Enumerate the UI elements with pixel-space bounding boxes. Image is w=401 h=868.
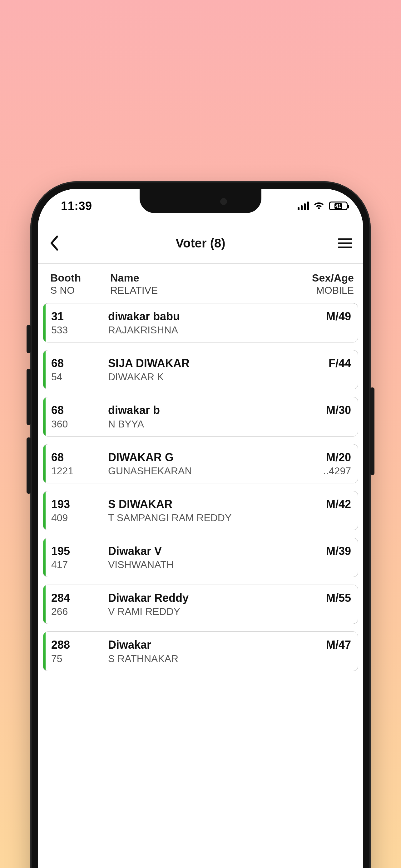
app-header: Voter (8) [38, 223, 363, 264]
phone-screen: 11:39 41 Voter (8) [38, 189, 363, 868]
row-sex-age: F/44 [292, 356, 351, 370]
voter-row[interactable]: 6854SIJA DIWAKARDIWAKAR KF/44 [43, 350, 358, 389]
row-sex-age: M/42 [292, 497, 351, 511]
row-relative: T SAMPANGI RAM REDDY [108, 512, 292, 524]
hamburger-icon [338, 239, 352, 240]
hamburger-icon [338, 243, 352, 244]
row-sno: 1221 [51, 465, 108, 477]
row-booth: 195 [51, 544, 108, 558]
battery-icon: 41 [329, 202, 347, 210]
row-sex-age: M/47 [292, 638, 351, 651]
row-sex-age: M/55 [292, 591, 351, 604]
row-name: SIJA DIWAKAR [108, 356, 292, 370]
row-booth: 68 [51, 403, 108, 417]
row-name: DIWAKAR G [108, 451, 292, 464]
row-sno: 417 [51, 559, 108, 570]
phone-side-button [27, 437, 31, 494]
row-sno: 409 [51, 512, 108, 524]
page-title: Voter (8) [175, 236, 225, 250]
row-booth: 284 [51, 591, 108, 604]
voter-row[interactable]: 284266Diwakar ReddyV RAMI REDDYM/55 [43, 585, 358, 624]
row-sex-age: M/49 [292, 310, 351, 323]
row-booth: 288 [51, 638, 108, 651]
status-time: 11:39 [61, 199, 92, 213]
voter-row[interactable]: 28875DiwakarS RATHNAKARM/47 [43, 631, 358, 671]
row-sno: 75 [51, 653, 108, 664]
row-booth: 68 [51, 451, 108, 464]
header-booth: Booth [50, 272, 110, 284]
cellular-icon [298, 202, 309, 210]
row-relative: GUNASHEKARAN [108, 465, 292, 477]
row-name: Diwakar Reddy [108, 591, 292, 604]
row-name: diwakar b [108, 403, 292, 417]
row-sex-age: M/30 [292, 403, 351, 417]
row-sno: 54 [51, 371, 108, 383]
chevron-left-icon [49, 235, 60, 251]
voter-row[interactable]: 31533diwakar babuRAJAKRISHNAM/49 [43, 303, 358, 342]
row-booth: 193 [51, 497, 108, 511]
menu-button[interactable] [336, 234, 355, 252]
voter-row[interactable]: 681221DIWAKAR GGUNASHEKARANM/20..4297 [43, 444, 358, 484]
column-headers: Booth S NO Name RELATIVE Sex/Age MOBILE [43, 265, 358, 303]
voter-row[interactable]: 68360diwakar bN BYYAM/30 [43, 397, 358, 436]
header-mobile: MOBILE [295, 285, 354, 296]
row-relative: RAJAKRISHNA [108, 324, 292, 336]
row-booth: 31 [51, 310, 108, 323]
row-sno: 360 [51, 418, 108, 430]
battery-level: 41 [334, 203, 342, 209]
row-relative: N BYYA [108, 418, 292, 430]
row-name: Diwakar [108, 638, 292, 651]
row-relative: VISHWANATH [108, 559, 292, 570]
row-sno: 266 [51, 606, 108, 617]
row-sno: 533 [51, 324, 108, 336]
row-sex-age: M/39 [292, 544, 351, 558]
phone-side-button [27, 369, 31, 425]
row-name: diwakar babu [108, 310, 292, 323]
phone-frame: 11:39 41 Voter (8) [30, 181, 371, 868]
hamburger-icon [338, 247, 352, 248]
row-name: Diwakar V [108, 544, 292, 558]
header-relative: RELATIVE [110, 285, 295, 296]
row-relative: DIWAKAR K [108, 371, 292, 383]
voter-list: Booth S NO Name RELATIVE Sex/Age MOBILE … [38, 265, 363, 868]
row-relative: S RATHNAKAR [108, 653, 292, 664]
row-sex-age: M/20 [292, 451, 351, 464]
status-indicators: 41 [298, 202, 347, 210]
row-mobile: ..4297 [292, 465, 351, 477]
phone-side-button [370, 388, 374, 475]
row-relative: V RAMI REDDY [108, 606, 292, 617]
row-booth: 68 [51, 356, 108, 370]
wifi-icon [313, 202, 325, 210]
header-sex-age: Sex/Age [295, 272, 354, 284]
header-name: Name [110, 272, 295, 284]
phone-side-button [27, 325, 31, 353]
voter-row[interactable]: 193409S DIWAKART SAMPANGI RAM REDDYM/42 [43, 491, 358, 530]
header-sno: S NO [50, 285, 110, 296]
phone-notch [140, 189, 261, 213]
back-button[interactable] [43, 232, 65, 254]
voter-row[interactable]: 195417Diwakar VVISHWANATHM/39 [43, 538, 358, 577]
row-name: S DIWAKAR [108, 497, 292, 511]
